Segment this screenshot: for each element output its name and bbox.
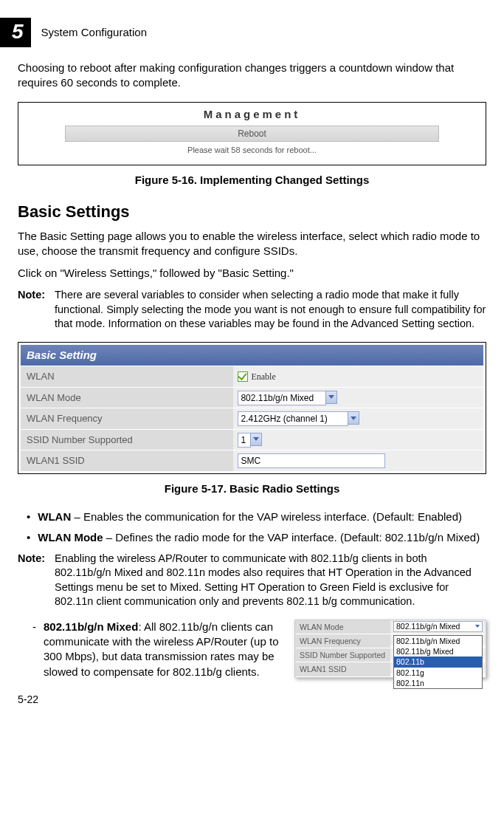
chapter-title: System Configuration [41,25,147,40]
dash-text: 802.11b/g/n Mixed: All 802.11b/g/n clien… [44,620,286,679]
chevron-down-icon[interactable] [325,391,337,404]
row-wlan-frequency: WLAN Frequency 2.412GHz (channel 1) [21,408,483,429]
dropdown-option[interactable]: 802.11n [394,678,482,688]
basic-setting-titlebar: Basic Setting [21,345,483,366]
figure-5-16: Management Reboot Please wait 58 seconds… [18,102,486,165]
wlan-mode-select-text: 802.11b/g/n Mixed [238,391,326,405]
chevron-down-icon[interactable] [475,625,480,628]
dash-item: - 802.11b/g/n Mixed: All 802.11b/g/n cli… [18,620,286,679]
page-header: 5 System Configuration [0,18,486,47]
row-wlan1-ssid: WLAN1 SSID [21,450,483,471]
bullet-icon: • [27,510,30,524]
reboot-label: Reboot [65,126,438,142]
note-2: Note: Enabling the wireless AP/Router to… [18,552,486,609]
wlan-mode-dropdown-list[interactable]: 802.11b/g/n Mixed 802.11b/g Mixed 802.11… [393,635,483,689]
chevron-down-icon[interactable] [250,433,262,446]
bullet-wlan-mode-text: WLAN Mode – Defines the radio mode for t… [38,530,480,545]
chevron-down-icon[interactable] [348,411,359,425]
wlan-mode-select[interactable]: 802.11b/g/n Mixed [238,391,337,405]
note-label: Note: [18,288,55,332]
dash-term: 802.11b/g/n Mixed [44,620,138,633]
wlan-frequency-label: WLAN Frequency [21,408,233,429]
dd-wlan-mode-select[interactable]: 802.11b/g/n Mixed [393,621,483,632]
dropdown-option[interactable]: 802.11b/g Mixed [394,646,482,657]
dd-wlan-frequency-label: WLAN Frequency [295,634,390,648]
wlan1-ssid-value [233,450,483,471]
ssid-number-select-text: 1 [238,433,251,448]
wlan1-ssid-label: WLAN1 SSID [21,450,233,471]
dropdown-figure: WLAN Mode 802.11b/g/n Mixed WLAN Frequen… [294,620,486,678]
bullet-wlan-rest: – Enables the communication for the VAP … [71,510,462,523]
basic-paragraph-2: Click on "Wireless Settings," followed b… [18,266,486,281]
reboot-wait-message: Please wait 58 seconds for reboot... [18,145,486,156]
figure-5-17: Basic Setting WLAN Enable WLAN Mode 802.… [18,342,486,474]
row-ssid-number: SSID Number Supported 1 [21,429,483,450]
enable-checkbox-icon[interactable] [238,371,248,382]
dd-wlan-mode-label: WLAN Mode [295,620,390,634]
note-text: There are several variables to consider … [55,288,486,332]
dropdown-option[interactable]: 802.11b/g/n Mixed [394,636,482,646]
dd-ssid-number-label: SSID Number Supported [295,648,390,662]
figure-5-17-caption: Figure 5-17. Basic Radio Settings [18,481,486,496]
dd-wlan-mode-select-text: 802.11b/g/n Mixed [396,621,460,631]
basic-paragraph-1: The Basic Setting page allows you to ena… [18,229,486,259]
bullet-wlan: • WLAN – Enables the communication for t… [18,510,486,524]
dd-wlan1-ssid-label: WLAN1 SSID [295,662,390,676]
bullet-wlan-term: WLAN [38,510,71,523]
management-heading: Management [18,107,486,122]
dropdown-option-selected[interactable]: 802.11b [394,657,482,667]
intro-paragraph: Choosing to reboot after making configur… [18,61,486,91]
bullet-icon: • [27,530,30,545]
note-text: Enabling the wireless AP/Router to commu… [55,552,486,609]
ssid-number-select[interactable]: 1 [238,433,262,448]
row-wlan: WLAN Enable [21,366,483,387]
ssid-number-value: 1 [233,430,483,450]
bullet-wlan-text: WLAN – Enables the communication for the… [38,510,462,524]
bullet-wlan-mode-term: WLAN Mode [38,531,103,544]
note-label: Note: [18,552,55,609]
wlan-mode-label: WLAN Mode [21,388,233,408]
note-1: Note: There are several variables to con… [18,288,486,332]
ssid-number-label: SSID Number Supported [21,430,233,450]
wlan-frequency-value: 2.412GHz (channel 1) [233,408,483,429]
figure-5-16-caption: Figure 5-16. Implementing Changed Settin… [18,173,486,188]
wlan-mode-value: 802.11b/g/n Mixed [233,388,483,408]
wlan-frequency-select[interactable]: 2.412GHz (channel 1) [238,411,359,426]
wlan1-ssid-input[interactable] [238,453,385,468]
bullet-wlan-mode-rest: – Defines the radio mode for the VAP int… [103,531,480,544]
wlan-frequency-select-text: 2.412GHz (channel 1) [238,411,348,426]
wlan-value: Enable [233,366,483,387]
dash-icon: - [32,620,36,679]
row-wlan-mode: WLAN Mode 802.11b/g/n Mixed [21,387,483,408]
bullet-wlan-mode: • WLAN Mode – Defines the radio mode for… [18,530,486,545]
bottom-row: - 802.11b/g/n Mixed: All 802.11b/g/n cli… [18,620,486,679]
enable-text: Enable [251,371,275,383]
chapter-number: 5 [0,18,31,47]
page-number: 5-22 [18,693,486,707]
dropdown-option[interactable]: 802.11g [394,668,482,678]
basic-settings-heading: Basic Settings [18,201,486,223]
wlan-label: WLAN [21,366,233,387]
